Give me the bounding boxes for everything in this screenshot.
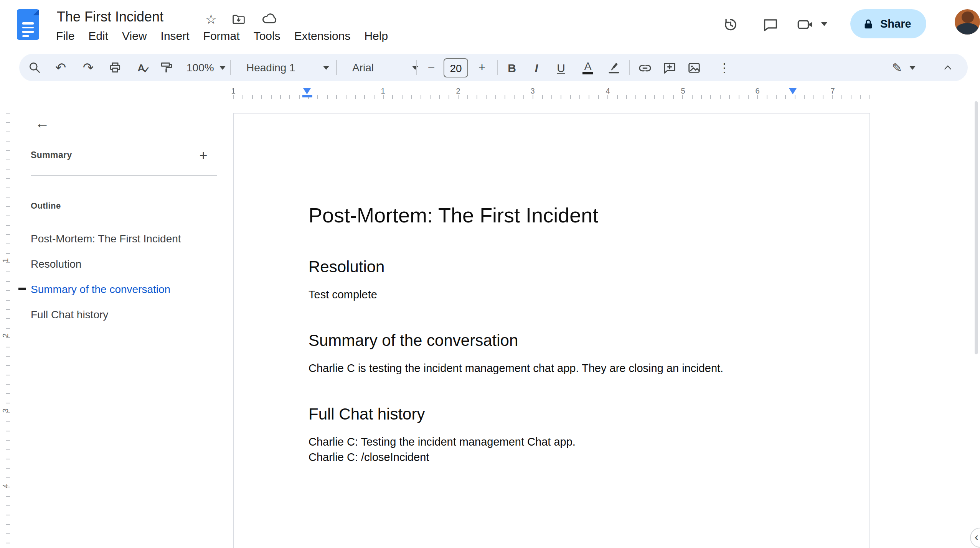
left-indent-marker[interactable] bbox=[303, 88, 311, 94]
ruler-number: 2 bbox=[456, 87, 460, 95]
outline-item[interactable]: Full Chat history bbox=[18, 301, 226, 327]
avatar[interactable] bbox=[955, 9, 980, 35]
toolbar: ↶ ↷ A✓ 100% Heading 1 Arial − 20 + B I U bbox=[19, 54, 968, 81]
add-comment-icon[interactable] bbox=[658, 57, 680, 78]
paint-format-icon[interactable] bbox=[156, 57, 177, 78]
bold-button[interactable]: B bbox=[501, 57, 523, 78]
doc-paragraph[interactable]: Test complete bbox=[309, 287, 795, 302]
doc-paragraph[interactable]: Charlie C: /closeIncident bbox=[309, 449, 795, 465]
underline-button[interactable]: U bbox=[550, 57, 572, 78]
google-docs-app: The First Incident ☆ File Edit View Inse… bbox=[0, 0, 980, 548]
doc-paragraph[interactable]: Charlie C: Testing the incident manageme… bbox=[309, 434, 795, 449]
styles-caret bbox=[323, 66, 329, 69]
document-title[interactable]: The First Incident bbox=[57, 8, 163, 26]
menu-file[interactable]: File bbox=[49, 27, 81, 45]
ruler-number: 1 bbox=[231, 87, 235, 95]
menu-insert[interactable]: Insert bbox=[154, 27, 196, 45]
editing-mode-pencil-icon[interactable]: ✎ bbox=[886, 57, 908, 78]
star-icon[interactable]: ☆ bbox=[203, 11, 219, 28]
video-call-dropdown-caret[interactable] bbox=[821, 22, 827, 26]
more-options-icon[interactable]: ⋮ bbox=[714, 57, 735, 78]
chevron-left-icon: ‹ bbox=[975, 530, 978, 543]
close-outline-back-icon[interactable]: ← bbox=[32, 114, 52, 133]
redo-icon[interactable]: ↷ bbox=[78, 57, 99, 78]
ruler-number: 1 bbox=[1, 255, 10, 266]
outline-label: Outline bbox=[31, 201, 61, 210]
panel-divider bbox=[31, 175, 217, 176]
move-folder-icon[interactable] bbox=[230, 11, 247, 28]
menu-view[interactable]: View bbox=[115, 27, 154, 45]
left-margin-marker[interactable] bbox=[302, 95, 312, 97]
ruler-number: 7 bbox=[830, 87, 835, 95]
share-button[interactable]: Share bbox=[850, 9, 927, 38]
doc-heading-1[interactable]: Post-Mortem: The First Incident bbox=[309, 202, 795, 229]
zoom-value: 100% bbox=[186, 61, 214, 74]
insert-link-icon[interactable] bbox=[634, 57, 655, 78]
outline-item[interactable]: Resolution bbox=[18, 251, 226, 276]
horizontal-ruler: 1 1 2 3 4 5 6 7 bbox=[0, 83, 980, 106]
font-size-input[interactable]: 20 bbox=[444, 58, 468, 77]
lock-icon bbox=[863, 18, 874, 30]
styles-value: Heading 1 bbox=[246, 61, 295, 74]
ruler-number: 4 bbox=[605, 87, 610, 95]
menu-bar: File Edit View Insert Format Tools Exten… bbox=[49, 27, 395, 45]
doc-heading-2[interactable]: Summary of the conversation bbox=[309, 330, 795, 351]
collapse-panel-toggle[interactable]: ‹ bbox=[970, 528, 980, 548]
zoom-caret bbox=[219, 66, 226, 69]
doc-paragraph[interactable]: Charlie C is testing the incident manage… bbox=[309, 360, 795, 376]
ruler-number: 1 bbox=[381, 87, 385, 95]
menu-extensions[interactable]: Extensions bbox=[287, 27, 358, 45]
menu-edit[interactable]: Edit bbox=[81, 27, 115, 45]
ruler-number: 4 bbox=[1, 481, 10, 491]
font-size-decrease[interactable]: − bbox=[421, 57, 442, 78]
italic-button[interactable]: I bbox=[526, 57, 547, 78]
doc-heading-2[interactable]: Resolution bbox=[309, 256, 795, 277]
current-position-dash bbox=[18, 288, 26, 290]
hide-menus-chevron-icon[interactable] bbox=[937, 57, 959, 78]
text-color-button[interactable]: A bbox=[577, 57, 599, 78]
spellcheck-icon[interactable]: A✓ bbox=[130, 57, 152, 78]
docs-logo-fold bbox=[33, 9, 39, 15]
ruler-number: 6 bbox=[755, 87, 759, 95]
ruler-number: 3 bbox=[1, 405, 10, 416]
font-size-increase[interactable]: + bbox=[471, 57, 493, 78]
styles-select[interactable]: Heading 1 bbox=[242, 57, 334, 78]
outline-item[interactable]: Post-Mortem: The First Incident bbox=[18, 225, 226, 251]
menu-format[interactable]: Format bbox=[196, 27, 247, 45]
add-summary-icon[interactable]: + bbox=[193, 146, 213, 166]
ruler-number: 3 bbox=[530, 87, 535, 95]
right-indent-marker[interactable] bbox=[789, 88, 797, 94]
doc-heading-2[interactable]: Full Chat history bbox=[309, 403, 795, 424]
ruler-number: 5 bbox=[681, 87, 685, 95]
comment-history-icon[interactable] bbox=[760, 14, 781, 35]
zoom-select[interactable]: 100% bbox=[182, 57, 230, 78]
menu-help[interactable]: Help bbox=[357, 27, 395, 45]
insert-image-icon[interactable] bbox=[683, 57, 704, 78]
editing-mode-caret[interactable] bbox=[909, 66, 916, 70]
video-call-icon[interactable] bbox=[795, 14, 817, 35]
version-history-icon[interactable] bbox=[720, 14, 741, 35]
document-page[interactable]: Post-Mortem: The First Incident Resoluti… bbox=[233, 113, 870, 548]
print-icon[interactable] bbox=[104, 57, 126, 78]
ruler-ticks bbox=[233, 95, 870, 99]
summary-label: Summary bbox=[31, 150, 72, 160]
undo-icon[interactable]: ↶ bbox=[50, 57, 71, 78]
outline-list: Post-Mortem: The First Incident Resoluti… bbox=[18, 225, 226, 327]
share-label: Share bbox=[880, 18, 911, 30]
font-select[interactable]: Arial bbox=[348, 57, 423, 78]
menu-tools[interactable]: Tools bbox=[247, 27, 287, 45]
outline-item-active[interactable]: Summary of the conversation bbox=[18, 276, 226, 301]
docs-logo[interactable] bbox=[17, 9, 39, 40]
highlight-color-button[interactable] bbox=[603, 57, 625, 78]
cloud-status-icon[interactable] bbox=[261, 11, 278, 28]
search-icon[interactable] bbox=[24, 57, 45, 78]
font-caret bbox=[412, 66, 418, 69]
font-value: Arial bbox=[352, 61, 374, 74]
vertical-scrollbar[interactable] bbox=[975, 101, 978, 354]
ruler-number: 2 bbox=[1, 330, 10, 341]
